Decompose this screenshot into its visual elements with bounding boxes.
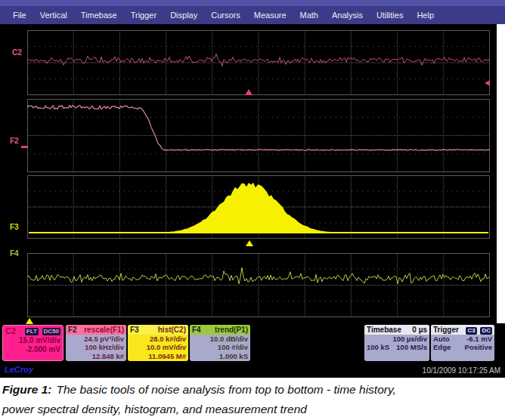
math-f3-descriptor[interactable]: F3 hist(C2) 28.0 k#/div 10.0 mV/div 11.0…	[128, 325, 188, 361]
f3-population: 11.0945 M#	[130, 352, 186, 360]
f2-level-marker[interactable]	[21, 146, 28, 148]
trigger-time-marker[interactable]	[245, 89, 253, 95]
f4-id: F4	[192, 326, 201, 334]
c2-volts-per-div: 15.0 mV/div	[5, 336, 60, 345]
trigger-source-badge: C3	[466, 327, 476, 335]
f2-horizontal-scale: 100 kHz/div	[68, 343, 124, 351]
f4-descriptor-header: F4 trend(P1)	[190, 325, 250, 335]
f3-function: hist(C2)	[158, 326, 186, 334]
f2-function: rescale(F1)	[84, 326, 124, 334]
trigger-values: Auto -6.1 mV Edge Positive	[431, 335, 494, 352]
f4-trace-label: F4	[10, 249, 19, 258]
menu-help[interactable]: Help	[410, 11, 441, 20]
c2-badges: FLT DC50	[23, 326, 60, 335]
f3-horizontal-scale: 10.0 mV/div	[130, 343, 186, 351]
f3-descriptor-values: 28.0 k#/div 10.0 mV/div 11.0945 M#	[128, 335, 188, 360]
channel-c2-descriptor[interactable]: C2 FLT DC50 15.0 mV/div -2.000 mV	[2, 325, 64, 361]
f2-id: F2	[68, 326, 77, 334]
trigger-title: Trigger	[433, 326, 459, 334]
c2-channel-id: C2	[5, 326, 16, 335]
timebase-title: Timebase	[367, 326, 401, 334]
graticule-c2-time-history	[27, 30, 490, 95]
graticule-f2-psd	[27, 99, 490, 172]
menu-analysis[interactable]: Analysis	[325, 11, 370, 20]
f3-vertical-scale: 28.0 k#/div	[130, 335, 186, 343]
trigger-descriptor[interactable]: Trigger C3 DC Auto -6.1 mV Edge Positive	[431, 325, 494, 361]
f4-vertical-scale: 10.0 dB/div	[192, 335, 248, 343]
trigger-header: Trigger C3 DC	[431, 325, 494, 335]
f2-descriptor-values: 24.5 pV²/div 100 kHz/div 12.848 k#	[66, 335, 126, 360]
tb-record-length: 100 kS	[367, 343, 389, 351]
timebase-header: Timebase 0 µs	[364, 325, 429, 335]
c2-offset: -2.000 mV	[5, 345, 60, 354]
f4-samples: 1.000 kS	[192, 352, 248, 360]
math-f4-descriptor[interactable]: F4 trend(P1) 10.0 dB/div 100 #/div 1.000…	[190, 325, 250, 361]
menu-vertical[interactable]: Vertical	[33, 11, 74, 20]
histogram-center-marker[interactable]	[246, 240, 253, 246]
figure-caption: Figure 1:The basic tools of noise analys…	[2, 380, 503, 419]
caption-line2: power spectral density, histogram, and m…	[2, 403, 307, 415]
f3-histogram	[29, 183, 488, 233]
timebase-values: 100 µs/div 100 kS 100 MS/s	[364, 335, 429, 352]
f4-function: trend(P1)	[215, 326, 248, 334]
oscilloscope-screen: File Vertical Timebase Trigger Display C…	[0, 0, 505, 378]
c2-descriptor-values: 15.0 mV/div -2.000 mV	[3, 336, 63, 354]
c2-trigger-level-marker[interactable]	[485, 80, 490, 86]
figure-label: Figure 1:	[2, 383, 51, 396]
menu-math[interactable]: Math	[293, 11, 325, 20]
menu-trigger[interactable]: Trigger	[124, 11, 163, 20]
trigger-slope: Positive	[465, 343, 492, 351]
trigger-type: Edge	[433, 343, 451, 351]
f2-points: 12.848 k#	[68, 352, 124, 360]
f3-trace-label: F3	[10, 223, 19, 231]
right-margin	[497, 24, 505, 323]
page: File Vertical Timebase Trigger Display C…	[0, 0, 505, 420]
graticule-f3-histogram	[27, 175, 490, 239]
timebase-descriptor[interactable]: Timebase 0 µs 100 µs/div 100 kS 100 MS/s	[364, 325, 429, 361]
f3-id: F3	[130, 326, 139, 334]
trend-start-marker[interactable]	[26, 318, 33, 324]
f4-descriptor-values: 10.0 dB/div 100 #/div 1.000 kS	[190, 335, 250, 360]
graticule-f4-trend	[27, 253, 490, 317]
math-f2-descriptor[interactable]: F2 rescale(F1) 24.5 pV²/div 100 kHz/div …	[66, 325, 126, 361]
trigger-coupling-badge: DC	[480, 327, 492, 335]
menu-timebase[interactable]: Timebase	[74, 11, 124, 20]
f3-descriptor-header: F3 hist(C2)	[128, 325, 188, 335]
c2-descriptor-header: C2 FLT DC50	[3, 326, 63, 336]
c2-trace-label: C2	[12, 48, 22, 57]
tb-sample-rate: 100 MS/s	[396, 343, 427, 351]
window-titlebar	[0, 0, 505, 6]
f2-vertical-scale: 24.5 pV²/div	[68, 335, 124, 343]
tb-time-per-div: 100 µs/div	[392, 335, 427, 343]
f2-descriptor-header: F2 rescale(F1)	[66, 325, 126, 335]
menu-bar: File Vertical Timebase Trigger Display C…	[0, 6, 505, 24]
clock-timestamp: 10/1/2009 10:17:25 AM	[423, 366, 500, 375]
c2-filter-badge: FLT	[25, 328, 39, 335]
menu-utilities[interactable]: Utilities	[370, 11, 410, 20]
trigger-mode: Auto	[433, 335, 450, 343]
timebase-delay: 0 µs	[412, 326, 427, 334]
caption-line1: The basic tools of noise analysis from t…	[56, 383, 395, 396]
c2-coupling-badge: DC50	[42, 328, 60, 335]
f4-horizontal-scale: 100 #/div	[192, 343, 248, 351]
trigger-badges: C3 DC	[464, 326, 492, 335]
f2-trace-label: F2	[10, 137, 19, 145]
menu-measure[interactable]: Measure	[247, 11, 293, 20]
trigger-level: -6.1 mV	[466, 335, 492, 343]
menu-file[interactable]: File	[6, 11, 33, 20]
menu-cursors[interactable]: Cursors	[204, 11, 247, 20]
lecroy-logo: LeCroy	[5, 365, 33, 374]
menu-display[interactable]: Display	[163, 11, 204, 20]
